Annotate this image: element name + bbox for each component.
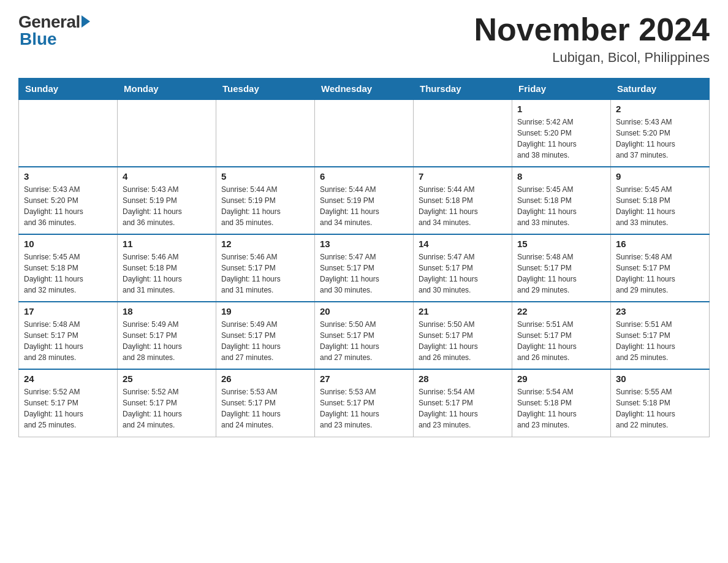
day-info: Sunrise: 5:43 AM Sunset: 5:20 PM Dayligh… <box>616 117 704 161</box>
day-number: 14 <box>419 239 507 249</box>
calendar-cell: 23Sunrise: 5:51 AM Sunset: 5:17 PM Dayli… <box>611 302 710 369</box>
day-info: Sunrise: 5:48 AM Sunset: 5:17 PM Dayligh… <box>24 319 112 363</box>
calendar-cell: 10Sunrise: 5:45 AM Sunset: 5:18 PM Dayli… <box>19 234 118 302</box>
week-row-1: 1Sunrise: 5:42 AM Sunset: 5:20 PM Daylig… <box>19 99 710 167</box>
day-number: 28 <box>419 373 507 384</box>
day-info: Sunrise: 5:50 AM Sunset: 5:17 PM Dayligh… <box>419 319 507 363</box>
day-number: 8 <box>517 171 605 182</box>
day-info: Sunrise: 5:44 AM Sunset: 5:18 PM Dayligh… <box>419 184 507 228</box>
day-info: Sunrise: 5:47 AM Sunset: 5:17 PM Dayligh… <box>419 251 507 296</box>
day-number: 5 <box>221 171 309 182</box>
day-number: 9 <box>616 171 704 182</box>
day-number: 3 <box>24 171 112 182</box>
calendar-table: SundayMondayTuesdayWednesdayThursdayFrid… <box>18 78 710 437</box>
day-info: Sunrise: 5:50 AM Sunset: 5:17 PM Dayligh… <box>320 319 408 363</box>
title-block: November 2024 Lubigan, Bicol, Philippine… <box>474 12 710 66</box>
day-number: 6 <box>320 171 408 182</box>
calendar-cell: 6Sunrise: 5:44 AM Sunset: 5:19 PM Daylig… <box>315 167 414 234</box>
calendar-cell: 30Sunrise: 5:55 AM Sunset: 5:18 PM Dayli… <box>611 369 710 437</box>
day-number: 18 <box>123 306 211 316</box>
calendar-cell: 21Sunrise: 5:50 AM Sunset: 5:17 PM Dayli… <box>414 302 512 369</box>
day-number: 11 <box>123 239 211 249</box>
page-header: General Blue November 2024 Lubigan, Bico… <box>18 12 710 66</box>
weekday-header-tuesday: Tuesday <box>216 79 315 100</box>
calendar-cell: 16Sunrise: 5:48 AM Sunset: 5:17 PM Dayli… <box>611 234 710 302</box>
day-number: 10 <box>24 239 112 249</box>
month-year-title: November 2024 <box>474 12 710 47</box>
day-number: 16 <box>616 239 704 249</box>
day-number: 17 <box>24 306 112 316</box>
calendar-cell: 12Sunrise: 5:46 AM Sunset: 5:17 PM Dayli… <box>216 234 315 302</box>
calendar-cell: 27Sunrise: 5:53 AM Sunset: 5:17 PM Dayli… <box>315 369 414 437</box>
day-number: 25 <box>123 373 211 384</box>
day-info: Sunrise: 5:51 AM Sunset: 5:17 PM Dayligh… <box>517 319 605 363</box>
day-info: Sunrise: 5:42 AM Sunset: 5:20 PM Dayligh… <box>517 117 605 161</box>
week-row-4: 17Sunrise: 5:48 AM Sunset: 5:17 PM Dayli… <box>19 302 710 369</box>
weekday-header-wednesday: Wednesday <box>315 79 414 100</box>
calendar-cell <box>19 99 118 167</box>
calendar-cell <box>414 99 512 167</box>
day-info: Sunrise: 5:45 AM Sunset: 5:18 PM Dayligh… <box>24 251 112 296</box>
calendar-cell: 11Sunrise: 5:46 AM Sunset: 5:18 PM Dayli… <box>118 234 216 302</box>
day-number: 1 <box>517 104 605 114</box>
location-subtitle: Lubigan, Bicol, Philippines <box>474 50 710 66</box>
day-info: Sunrise: 5:53 AM Sunset: 5:17 PM Dayligh… <box>221 386 309 431</box>
calendar-cell: 5Sunrise: 5:44 AM Sunset: 5:19 PM Daylig… <box>216 167 315 234</box>
day-number: 20 <box>320 306 408 316</box>
calendar-cell: 9Sunrise: 5:45 AM Sunset: 5:18 PM Daylig… <box>611 167 710 234</box>
calendar-cell: 1Sunrise: 5:42 AM Sunset: 5:20 PM Daylig… <box>512 99 611 167</box>
calendar-cell: 8Sunrise: 5:45 AM Sunset: 5:18 PM Daylig… <box>512 167 611 234</box>
calendar-cell: 7Sunrise: 5:44 AM Sunset: 5:18 PM Daylig… <box>414 167 512 234</box>
calendar-cell: 29Sunrise: 5:54 AM Sunset: 5:18 PM Dayli… <box>512 369 611 437</box>
day-number: 29 <box>517 373 605 384</box>
day-number: 21 <box>419 306 507 316</box>
calendar-cell: 22Sunrise: 5:51 AM Sunset: 5:17 PM Dayli… <box>512 302 611 369</box>
calendar-cell: 15Sunrise: 5:48 AM Sunset: 5:17 PM Dayli… <box>512 234 611 302</box>
calendar-cell: 26Sunrise: 5:53 AM Sunset: 5:17 PM Dayli… <box>216 369 315 437</box>
day-number: 26 <box>221 373 309 384</box>
day-number: 13 <box>320 239 408 249</box>
day-number: 23 <box>616 306 704 316</box>
weekday-header-saturday: Saturday <box>611 79 710 100</box>
day-info: Sunrise: 5:54 AM Sunset: 5:17 PM Dayligh… <box>419 386 507 431</box>
day-info: Sunrise: 5:45 AM Sunset: 5:18 PM Dayligh… <box>616 184 704 228</box>
day-info: Sunrise: 5:45 AM Sunset: 5:18 PM Dayligh… <box>517 184 605 228</box>
day-info: Sunrise: 5:46 AM Sunset: 5:17 PM Dayligh… <box>221 251 309 296</box>
calendar-cell <box>315 99 414 167</box>
day-info: Sunrise: 5:51 AM Sunset: 5:17 PM Dayligh… <box>616 319 704 363</box>
day-info: Sunrise: 5:52 AM Sunset: 5:17 PM Dayligh… <box>24 386 112 431</box>
day-info: Sunrise: 5:43 AM Sunset: 5:19 PM Dayligh… <box>123 184 211 228</box>
day-info: Sunrise: 5:44 AM Sunset: 5:19 PM Dayligh… <box>320 184 408 228</box>
calendar-cell: 2Sunrise: 5:43 AM Sunset: 5:20 PM Daylig… <box>611 99 710 167</box>
week-row-5: 24Sunrise: 5:52 AM Sunset: 5:17 PM Dayli… <box>19 369 710 437</box>
day-number: 30 <box>616 373 704 384</box>
calendar-cell: 3Sunrise: 5:43 AM Sunset: 5:20 PM Daylig… <box>19 167 118 234</box>
day-number: 4 <box>123 171 211 182</box>
calendar-cell: 14Sunrise: 5:47 AM Sunset: 5:17 PM Dayli… <box>414 234 512 302</box>
calendar-cell: 24Sunrise: 5:52 AM Sunset: 5:17 PM Dayli… <box>19 369 118 437</box>
day-info: Sunrise: 5:44 AM Sunset: 5:19 PM Dayligh… <box>221 184 309 228</box>
day-info: Sunrise: 5:53 AM Sunset: 5:17 PM Dayligh… <box>320 386 408 431</box>
day-info: Sunrise: 5:46 AM Sunset: 5:18 PM Dayligh… <box>123 251 211 296</box>
calendar-cell: 18Sunrise: 5:49 AM Sunset: 5:17 PM Dayli… <box>118 302 216 369</box>
day-number: 15 <box>517 239 605 249</box>
day-number: 7 <box>419 171 507 182</box>
calendar-cell: 20Sunrise: 5:50 AM Sunset: 5:17 PM Dayli… <box>315 302 414 369</box>
day-info: Sunrise: 5:43 AM Sunset: 5:20 PM Dayligh… <box>24 184 112 228</box>
logo: General Blue <box>18 12 90 49</box>
day-info: Sunrise: 5:49 AM Sunset: 5:17 PM Dayligh… <box>123 319 211 363</box>
week-row-2: 3Sunrise: 5:43 AM Sunset: 5:20 PM Daylig… <box>19 167 710 234</box>
calendar-cell: 4Sunrise: 5:43 AM Sunset: 5:19 PM Daylig… <box>118 167 216 234</box>
weekday-header-friday: Friday <box>512 79 611 100</box>
week-row-3: 10Sunrise: 5:45 AM Sunset: 5:18 PM Dayli… <box>19 234 710 302</box>
day-info: Sunrise: 5:52 AM Sunset: 5:17 PM Dayligh… <box>123 386 211 431</box>
logo-blue-text: Blue <box>20 29 57 49</box>
calendar-cell <box>118 99 216 167</box>
day-info: Sunrise: 5:49 AM Sunset: 5:17 PM Dayligh… <box>221 319 309 363</box>
day-info: Sunrise: 5:48 AM Sunset: 5:17 PM Dayligh… <box>517 251 605 296</box>
calendar-cell: 25Sunrise: 5:52 AM Sunset: 5:17 PM Dayli… <box>118 369 216 437</box>
logo-arrow-icon <box>82 15 90 28</box>
day-number: 24 <box>24 373 112 384</box>
day-info: Sunrise: 5:47 AM Sunset: 5:17 PM Dayligh… <box>320 251 408 296</box>
calendar-cell: 13Sunrise: 5:47 AM Sunset: 5:17 PM Dayli… <box>315 234 414 302</box>
